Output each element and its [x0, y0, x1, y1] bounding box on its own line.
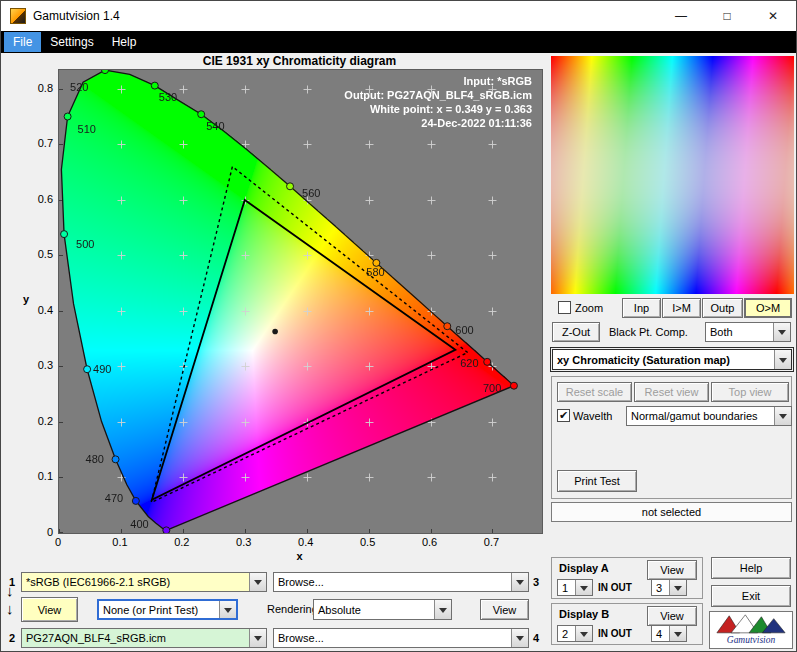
- reset-scale-button[interactable]: Reset scale: [557, 382, 632, 402]
- y-tick-label: 0.8: [23, 82, 53, 94]
- dropdown-arrow-icon: [511, 629, 528, 647]
- display-b-title: Display B: [559, 608, 609, 620]
- display-b-in-out-label: IN OUT: [598, 628, 632, 639]
- dropdown-arrow-icon: [669, 580, 686, 595]
- y-tick-label: 0.4: [23, 304, 53, 316]
- boundaries-value: Normal/gamut boundaries: [627, 410, 774, 422]
- y-tick-label: 0.7: [23, 137, 53, 149]
- rendering-intent-select[interactable]: Absolute: [313, 599, 452, 620]
- dropdown-arrow-icon: [774, 350, 791, 369]
- gamutvision-logo-text: Gamutvision: [727, 635, 776, 645]
- display-a-in-out-label: IN OUT: [598, 582, 632, 593]
- zoom-checkbox[interactable]: [558, 301, 571, 314]
- view-mode-value: xy Chromaticity (Saturation map): [553, 354, 774, 366]
- x-tick-label: 0.4: [298, 536, 313, 548]
- zoom-out-button[interactable]: Z-Out: [552, 322, 600, 342]
- y-tick-label: 0.6: [23, 193, 53, 205]
- display-b-out-value: 4: [652, 628, 669, 640]
- maximize-icon: □: [723, 9, 730, 23]
- black-pt-comp-label: Black Pt. Comp.: [609, 326, 688, 338]
- browse-input-value: Browse...: [274, 576, 511, 588]
- saturation-map-preview: [551, 56, 794, 294]
- flow-down-arrow-icon: ↓: [6, 601, 14, 617]
- browse-input-select[interactable]: Browse...: [273, 572, 529, 592]
- minimize-button[interactable]: —: [658, 1, 704, 31]
- inp-button[interactable]: Inp: [622, 298, 661, 318]
- display-a-in-select[interactable]: 1: [557, 579, 593, 596]
- help-button[interactable]: Help: [711, 557, 791, 579]
- x-tick-label: 0.5: [360, 536, 375, 548]
- rendering-intent-value: Absolute: [314, 604, 434, 616]
- black-pt-comp-select[interactable]: Both: [705, 322, 791, 342]
- exit-button[interactable]: Exit: [711, 585, 791, 607]
- dropdown-arrow-icon: [219, 601, 236, 618]
- x-tick-label: 0.1: [112, 536, 127, 548]
- slot-2-label: 2: [9, 632, 15, 644]
- print-test-button[interactable]: Print Test: [557, 470, 637, 492]
- menu-help[interactable]: Help: [103, 32, 146, 52]
- gamutvision-logo-graphic: Gamutvision: [710, 612, 792, 648]
- display-b-out-select[interactable]: 4: [651, 625, 687, 642]
- wavelength-checkbox[interactable]: ✔: [557, 409, 570, 422]
- top-view-button[interactable]: Top view: [711, 382, 789, 402]
- input-to-monitor-button[interactable]: I>M: [662, 298, 701, 318]
- menu-file[interactable]: File: [4, 32, 41, 52]
- output-to-monitor-button[interactable]: O>M: [744, 298, 792, 318]
- black-pt-comp-value: Both: [706, 326, 773, 338]
- x-tick-label: 0.3: [236, 536, 251, 548]
- gamutvision-logo: Gamutvision: [709, 611, 793, 649]
- slot-4-label: 4: [533, 632, 539, 644]
- dropdown-arrow-icon: [575, 626, 592, 641]
- view-input-button[interactable]: View: [21, 597, 78, 622]
- chromaticity-diagram[interactable]: [58, 69, 543, 534]
- input-profile-select[interactable]: *sRGB (IEC61966-2.1 sRGB): [21, 572, 267, 592]
- y-tick-label: 0.5: [23, 248, 53, 260]
- x-tick-label: 0.2: [174, 536, 189, 548]
- dropdown-arrow-icon: [669, 626, 686, 641]
- dropdown-arrow-icon: [575, 580, 592, 595]
- dropdown-arrow-icon: [773, 323, 790, 341]
- browse-output-select[interactable]: Browse...: [273, 628, 529, 648]
- window-title: Gamutvision 1.4: [33, 9, 120, 23]
- dropdown-arrow-icon: [511, 573, 528, 591]
- selection-status: not selected: [551, 502, 792, 522]
- display-b-in-select[interactable]: 2: [557, 625, 593, 642]
- menubar: File Settings Help: [1, 31, 796, 53]
- input-profile-value: *sRGB (IEC61966-2.1 sRGB): [22, 576, 249, 588]
- view-output-button[interactable]: View: [480, 599, 529, 620]
- rendering-label: Rendering: [267, 603, 318, 615]
- close-icon: ✕: [768, 9, 778, 23]
- menu-settings[interactable]: Settings: [41, 32, 102, 52]
- display-a-in-value: 1: [558, 582, 575, 594]
- x-tick-label: 0: [55, 536, 61, 548]
- outp-button[interactable]: Outp: [702, 298, 743, 318]
- minimize-icon: —: [675, 9, 687, 23]
- dropdown-arrow-icon: [249, 573, 266, 591]
- app-icon: [10, 8, 26, 24]
- close-button[interactable]: ✕: [750, 1, 796, 31]
- maximize-button[interactable]: □: [704, 1, 750, 31]
- check-icon: ✔: [559, 409, 568, 421]
- y-tick-label: 0.3: [23, 359, 53, 371]
- reset-view-button[interactable]: Reset view: [634, 382, 709, 402]
- test-pattern-select[interactable]: None (or Print Test): [97, 599, 238, 620]
- x-tick-label: 0.7: [484, 536, 499, 548]
- wavelength-label: Wavelth: [573, 410, 612, 422]
- y-axis-label: y: [23, 293, 29, 305]
- test-pattern-value: None (or Print Test): [99, 604, 219, 616]
- flow-down-arrow-icon: ↓: [6, 583, 14, 599]
- dropdown-arrow-icon: [774, 407, 791, 425]
- display-b-view-button[interactable]: View: [647, 606, 697, 626]
- zoom-label: Zoom: [575, 302, 603, 314]
- output-profile-select[interactable]: PG27AQN_BLF4_sRGB.icm: [21, 628, 267, 648]
- display-a-out-select[interactable]: 3: [651, 579, 687, 596]
- dropdown-arrow-icon: [249, 629, 266, 647]
- display-a-out-value: 3: [652, 582, 669, 594]
- view-mode-select[interactable]: xy Chromaticity (Saturation map): [552, 349, 792, 370]
- display-a-view-button[interactable]: View: [647, 560, 697, 580]
- display-a-title: Display A: [559, 562, 609, 574]
- slot-3-label: 3: [533, 576, 539, 588]
- display-b-in-value: 2: [558, 628, 575, 640]
- y-tick-label: 0.2: [23, 415, 53, 427]
- boundaries-select[interactable]: Normal/gamut boundaries: [626, 406, 792, 426]
